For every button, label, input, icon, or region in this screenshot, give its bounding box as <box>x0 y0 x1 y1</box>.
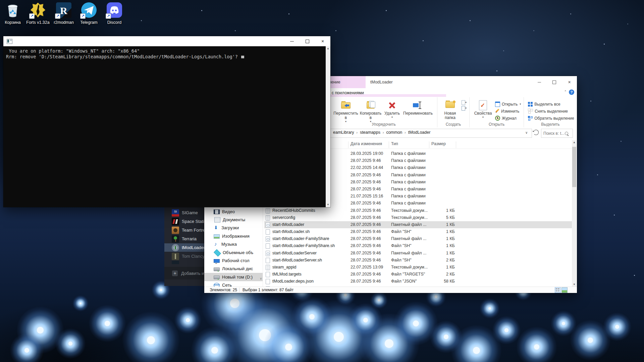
breadcrumb-item[interactable]: common <box>385 130 403 135</box>
steam-game-row[interactable]: Team Fortre <box>164 226 204 234</box>
large-icons-view-button[interactable] <box>561 287 568 293</box>
scroll-down-icon[interactable]: ▼ <box>572 282 577 287</box>
move-to-button[interactable]: Переместить в ▾ <box>333 99 358 123</box>
easy-access-button[interactable]: ▾ <box>462 106 467 111</box>
steam-game-label: SIGame <box>182 210 198 215</box>
scroll-up-icon[interactable]: ▲ <box>572 140 577 145</box>
nav-item[interactable]: Рабочий стол <box>204 256 263 264</box>
file-row[interactable]: start-tModLoaderServer.sh28.07.2025 9:46… <box>264 257 572 264</box>
minimize-button[interactable] <box>532 76 547 88</box>
file-icon <box>266 243 270 249</box>
desktop-icon-recycle-bin[interactable]: Корзина <box>0 2 25 25</box>
forts-icon: ↗ <box>30 2 46 18</box>
nav-list: ВидеоДокументыЗагрузкиИзображенияМузыкаО… <box>204 207 263 287</box>
steam-game-row[interactable]: Terraria <box>164 235 204 243</box>
select-all-icon <box>528 102 530 104</box>
edit-button[interactable]: Изменить <box>495 108 521 115</box>
nav-item[interactable]: Изображения <box>204 232 263 240</box>
search-box[interactable]: Поиск в: t... <box>541 129 573 138</box>
r2modman-icon: R ↗ <box>56 2 72 18</box>
open-button[interactable]: Открыть▾ <box>495 101 521 108</box>
scroll-up-icon[interactable]: ▲ <box>326 46 330 51</box>
refresh-icon[interactable] <box>533 130 539 135</box>
nav-scroll-down-icon[interactable]: ∨ <box>260 277 262 280</box>
delete-button[interactable]: Удалить ▾ <box>383 99 401 119</box>
nav-item[interactable]: Документы <box>204 216 263 224</box>
file-row[interactable]: start-tModLoader.sh28.07.2025 9:46Файл "… <box>264 228 572 235</box>
history-button[interactable]: Журнал <box>495 115 521 122</box>
file-row[interactable]: start-tModLoader-FamilyShare.sh28.07.202… <box>264 242 572 249</box>
maximize-button[interactable] <box>547 76 562 88</box>
svg-text:R: R <box>60 5 67 16</box>
properties-button[interactable]: ✓ Свойства ▾ <box>473 99 493 119</box>
desktop-icon-forts[interactable]: ↗ Forts v1.32a <box>25 2 51 25</box>
close-button[interactable]: × <box>562 76 577 88</box>
desktop-icon-r2modman[interactable]: R ↗ r2modman <box>51 2 76 25</box>
breadcrumb-item[interactable]: steamapps <box>359 130 381 135</box>
console-scrollbar[interactable]: ▲ ▼ <box>326 46 330 207</box>
ribbon: Переместить в ▾ Копировать в ▾ Удал <box>330 97 577 127</box>
steam-add-game-button[interactable]: + Добавить игру <box>164 267 204 280</box>
file-date: 28.07.2025 9:46 <box>351 180 381 184</box>
tom-clancy-icon <box>172 253 179 260</box>
address-dropdown-icon[interactable]: ∨ <box>525 131 528 134</box>
nav-item[interactable]: Музыка <box>204 240 263 248</box>
file-row[interactable]: RecentGitHubCommits28.07.2025 9:46Тексто… <box>264 207 572 214</box>
close-button[interactable]: × <box>315 36 330 46</box>
downloads-icon <box>214 225 219 231</box>
clear-selection-button[interactable]: Снять выделение <box>528 108 574 115</box>
file-size: 2 КБ <box>419 258 455 262</box>
nav-item[interactable]: Объемные объ <box>204 248 263 256</box>
maximize-button[interactable] <box>300 36 315 46</box>
steam-game-row[interactable]: Space Statio <box>164 217 204 226</box>
desktop-icon-label: r2modman <box>51 20 76 25</box>
column-header-date[interactable]: Дата изменения <box>351 141 382 146</box>
file-size: 2 КБ <box>419 272 455 277</box>
nav-item[interactable]: Загрузки <box>204 224 263 232</box>
file-row[interactable]: start-tModLoader28.07.2025 9:46Пакетный … <box>264 221 572 228</box>
open-icon <box>495 102 500 107</box>
scroll-down-icon[interactable]: ▼ <box>326 202 330 207</box>
nav-item-label: Видео <box>222 209 235 214</box>
file-date: 28.07.2025 9:46 <box>351 187 381 191</box>
file-row[interactable]: tModLoader.deps.json28.07.2025 9:46Файл … <box>264 278 572 285</box>
column-header-type[interactable]: Тип <box>391 141 398 146</box>
scrollbar-thumb[interactable] <box>572 147 576 187</box>
file-row[interactable]: start-tModLoaderServer28.07.2025 9:46Пак… <box>264 250 572 257</box>
file-row[interactable]: start-tModLoader-FamilyShare28.07.2025 9… <box>264 235 572 242</box>
file-icon <box>266 279 270 284</box>
details-view-button[interactable] <box>555 287 561 293</box>
console-output[interactable]: You are on platform: "Windows_NT" arch: … <box>3 46 326 207</box>
file-size: 58 КБ <box>419 279 455 284</box>
file-row[interactable]: steam_appid22.07.2025 13:09Текстовый док… <box>264 264 572 271</box>
new-item-button[interactable]: ▾ <box>462 100 467 105</box>
invert-selection-button[interactable]: Обратить выделение <box>528 115 574 122</box>
copy-to-button[interactable]: Копировать в ▾ <box>359 99 382 123</box>
desktop-icon-telegram[interactable]: ↗ Telegram <box>76 2 102 25</box>
3d-objects-icon <box>214 249 221 256</box>
team-fortress-icon <box>172 227 179 234</box>
file-row[interactable]: serverconfig28.07.2025 9:46Текстовый док… <box>264 214 572 221</box>
steam-game-row[interactable]: Tom Clancy' <box>164 252 204 260</box>
file-list-scrollbar[interactable]: ▲ ▼ <box>572 140 577 287</box>
file-date: 28.07.2025 9:46 <box>351 158 381 163</box>
nav-item[interactable]: Сеть <box>204 281 263 287</box>
nav-item[interactable]: Новый том (D:) <box>204 273 263 281</box>
select-all-button[interactable]: Выделить все <box>528 101 574 108</box>
nav-item[interactable]: Локальный дис <box>204 265 263 273</box>
file-row[interactable]: tMLMod.targets28.07.2025 9:46Файл "TARGE… <box>264 271 572 278</box>
rename-button[interactable]: Переименовать <box>402 99 434 116</box>
minimize-button[interactable] <box>284 36 300 46</box>
collapse-ribbon-icon[interactable]: ⌃ <box>564 90 567 94</box>
steam-game-row[interactable]: tModLoader <box>164 243 204 252</box>
column-header-size[interactable]: Размер <box>431 141 446 146</box>
desktop: Корзина ↗ Forts v1.32a R ↗ r2modman <box>0 0 644 362</box>
breadcrumb-item[interactable]: tModLoader <box>407 130 432 135</box>
help-icon[interactable]: ? <box>569 89 574 95</box>
breadcrumb-item[interactable]: eamLibrary <box>332 130 355 135</box>
steam-game-row[interactable]: SISIGame <box>164 208 204 217</box>
desktop-icon-label: Discord <box>102 20 127 25</box>
nav-item[interactable]: Видео <box>204 207 263 216</box>
new-folder-button[interactable]: Новая папка <box>440 99 460 120</box>
desktop-icon-discord[interactable]: ↗ Discord <box>102 2 127 25</box>
